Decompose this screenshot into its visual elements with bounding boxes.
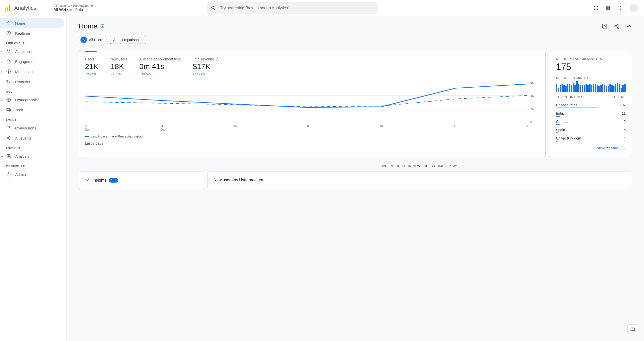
share-icon[interactable] [614, 23, 620, 29]
svg-point-13 [620, 8, 621, 8]
expand-icon: ▸ [2, 50, 3, 53]
svg-point-12 [620, 6, 621, 7]
users-column-label: USERS [614, 95, 626, 99]
legend-last7: Last 7 days [85, 134, 107, 138]
sidebar-section-configure: CONFIGURE [0, 161, 66, 169]
monetization-icon [6, 69, 11, 74]
realtime-users-label: USERS IN LAST 30 MINUTES [556, 57, 626, 61]
apps-grid-icon[interactable] [593, 5, 599, 11]
metric-label: Total revenue? [193, 57, 219, 61]
date-range-picker[interactable]: Last 7 days [85, 141, 539, 145]
logo-block[interactable]: Analytics [4, 5, 49, 12]
globe-icon [6, 97, 11, 102]
metric-value: 0m 41s [139, 62, 181, 71]
sidebar-item-analysis[interactable]: ▸ Analysis [0, 151, 66, 161]
svg-point-3 [594, 6, 595, 7]
more-vert-icon[interactable] [617, 5, 623, 11]
breadcrumb-account: All Accounts [53, 4, 70, 8]
analysis-icon [6, 154, 11, 159]
svg-point-30 [618, 24, 619, 25]
search-bar[interactable] [207, 2, 378, 14]
sidebar-item-label: Realtime [15, 31, 30, 36]
sidebar-item-label: Retention [15, 80, 31, 84]
gear-icon [6, 172, 11, 177]
help-icon[interactable] [605, 5, 611, 11]
sidebar-item-conversions[interactable]: Conversions [0, 123, 66, 133]
expand-icon: ▸ [2, 98, 3, 101]
verified-icon [100, 24, 105, 28]
metric-delta: ↑24.4% [85, 72, 98, 76]
account-avatar[interactable] [629, 4, 638, 12]
clock-icon [6, 31, 11, 36]
sidebar-item-engagement[interactable]: ▸ Engagement [0, 56, 66, 66]
svg-point-7 [596, 8, 596, 8]
metric-delta: ↑28.1% [110, 72, 127, 76]
user-medium-card: New users by User medium [207, 172, 632, 189]
insights-label: Insights [93, 178, 106, 183]
sidebar-section-lifecycle: LIFE CYCLE [0, 38, 66, 46]
acquisition-icon [6, 49, 11, 54]
country-row: Canada9 [556, 118, 626, 125]
property-name: All Website Data [53, 8, 83, 12]
sidebar-item-tech[interactable]: ▸ Tech [0, 105, 66, 115]
users-per-minute-label: USERS PER MINUTE [556, 76, 626, 80]
flag-icon [6, 125, 11, 130]
sidebar-item-label: Admin [15, 172, 26, 177]
insights-icon [85, 178, 90, 183]
feedback-button[interactable] [627, 324, 638, 335]
svg-point-14 [620, 9, 621, 10]
customize-icon[interactable] [602, 23, 608, 29]
app-header: Analytics All Accounts › Property name A… [0, 0, 644, 16]
svg-point-4 [596, 6, 596, 7]
sidebar-item-monetization[interactable]: ▸ Monetization [0, 66, 66, 77]
user-medium-selector[interactable]: New users by User medium [214, 178, 626, 182]
country-row: Spain5 [556, 126, 626, 133]
help-tooltip-icon[interactable]: ? [216, 57, 219, 61]
product-name: Analytics [14, 5, 36, 11]
metric-users[interactable]: Users 21K ↑24.4% [85, 57, 98, 76]
view-realtime-link[interactable]: View realtime [556, 146, 626, 151]
svg-rect-0 [5, 9, 6, 11]
metric-label: New users [110, 57, 127, 61]
devices-icon [6, 107, 11, 112]
svg-point-18 [8, 52, 9, 53]
sidebar-item-retention[interactable]: Retention [0, 77, 66, 87]
svg-point-31 [615, 25, 616, 27]
add-comparison-button[interactable]: Add comparison + [110, 36, 146, 44]
metric-value: 21K [85, 62, 98, 71]
segment-chip-allusers[interactable]: A All Users [79, 35, 107, 45]
svg-point-10 [596, 9, 596, 10]
metric-delta: ↑117.6% [193, 72, 219, 76]
sidebar-item-label: Demographics [15, 98, 40, 102]
metric-value: 18K [110, 62, 127, 71]
sidebar-item-admin[interactable]: Admin [0, 169, 66, 179]
home-icon [6, 21, 11, 26]
users-line-chart: 6K4K2K0 30Sep01Oct0203040506 [85, 81, 539, 131]
svg-point-9 [594, 9, 595, 10]
metric-engagement[interactable]: Average engagement time 0m 41s ↓19.5% [139, 57, 181, 76]
svg-point-32 [618, 27, 619, 29]
insights-icon[interactable] [626, 23, 632, 29]
svg-rect-1 [7, 7, 8, 11]
search-input[interactable] [220, 6, 374, 10]
metric-newusers[interactable]: New users 18K ↑28.1% [110, 57, 127, 76]
sidebar-item-allevents[interactable]: All events [0, 133, 66, 143]
country-row: United Kingdom4 [556, 135, 626, 142]
sidebar-item-demographics[interactable]: ▸ Demographics [0, 95, 66, 105]
metric-value: $17K [193, 62, 219, 71]
sidebar-item-realtime[interactable]: Realtime [0, 28, 66, 38]
metric-label: Users [85, 57, 98, 61]
metric-revenue[interactable]: Total revenue? $17K ↑117.6% [193, 57, 219, 76]
sidebar-item-label: Monetization [15, 70, 37, 74]
property-selector[interactable]: All Accounts › Property name All Website… [53, 4, 99, 12]
realtime-users-value: 175 [556, 62, 626, 72]
sidebar-item-home[interactable]: Home [0, 18, 64, 28]
overview-card: Users 21K ↑24.4% New users 18K ↑28.1% Av… [79, 51, 546, 157]
metric-delta: ↓19.5% [139, 72, 181, 76]
sidebar-item-acquisition[interactable]: ▸ Acquisition [0, 46, 66, 56]
sidebar-section-user: USER [0, 87, 66, 95]
sidebar: Home Realtime LIFE CYCLE ▸ Acquisition ▸… [0, 16, 67, 341]
users-per-minute-sparkline [556, 81, 626, 92]
expand-icon: ▸ [2, 60, 3, 63]
svg-point-24 [9, 136, 10, 137]
